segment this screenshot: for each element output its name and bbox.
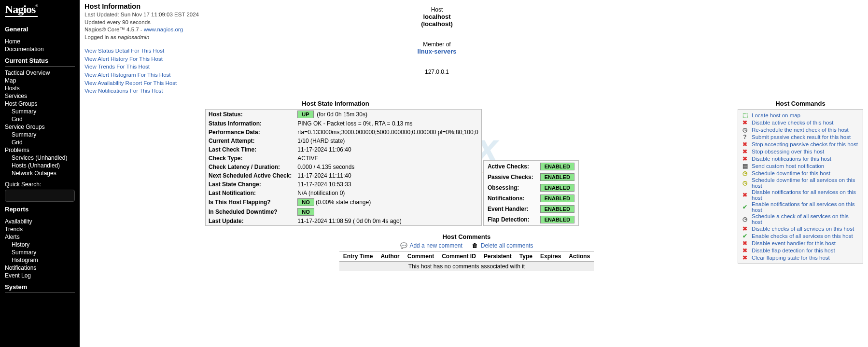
nav-hostgroups[interactable]: Host Groups bbox=[5, 100, 75, 108]
nav-eventlog[interactable]: Event Log bbox=[5, 272, 75, 279]
nav-hostgroups-summary[interactable]: Summary bbox=[5, 108, 75, 115]
state-value: 11-17-2024 10:53:33 bbox=[294, 180, 481, 189]
command-row: ✖Disable notifications for all services … bbox=[741, 189, 860, 201]
command-row: ⬚Locate host on map bbox=[741, 111, 860, 119]
enabled-badge: ENABLED bbox=[540, 205, 574, 213]
nav-documentation[interactable]: Documentation bbox=[5, 45, 75, 53]
command-row: ✖Disable event handler for this host bbox=[741, 239, 860, 247]
command-row: ▤Send custom host notification bbox=[741, 162, 860, 169]
red-x-icon: ✖ bbox=[741, 148, 749, 155]
state-label: Current Attempt: bbox=[206, 137, 294, 145]
status-no-badge: NO bbox=[297, 208, 314, 216]
nav-servicegroups[interactable]: Service Groups bbox=[5, 123, 75, 131]
nav-trends[interactable]: Trends bbox=[5, 225, 75, 233]
command-link[interactable]: Stop obsessing over this host bbox=[752, 149, 824, 154]
host-label: Host bbox=[199, 6, 675, 13]
command-link[interactable]: Disable notifications for this host bbox=[752, 156, 831, 162]
comments-header: Persistent bbox=[480, 251, 516, 262]
product-url[interactable]: www.nagios.org bbox=[144, 27, 183, 32]
comments-title: Host Comments bbox=[205, 233, 728, 240]
host-link-1[interactable]: View Alert History For This Host bbox=[84, 55, 199, 63]
nav-servicegroups-grid[interactable]: Grid bbox=[5, 139, 75, 146]
nav-problems[interactable]: Problems bbox=[5, 146, 75, 154]
command-row: ✖Stop accepting passive checks for this … bbox=[741, 140, 860, 148]
delete-comments-link[interactable]: Delete all comments bbox=[481, 242, 533, 249]
command-row: ◷Schedule downtime for all services on t… bbox=[741, 177, 860, 189]
nav-problems-services[interactable]: Services (Unhandled) bbox=[5, 154, 75, 162]
state-value: 0.000 / 4.135 seconds bbox=[294, 163, 481, 171]
command-link[interactable]: Schedule a check of all services on this… bbox=[752, 213, 860, 225]
nav-services[interactable]: Services bbox=[5, 92, 75, 100]
state-label: Last Notification: bbox=[206, 189, 294, 197]
nav-notifications[interactable]: Notifications bbox=[5, 264, 75, 272]
state-label: In Scheduled Downtime? bbox=[206, 207, 294, 217]
clock-icon: ◷ bbox=[741, 170, 749, 177]
command-link[interactable]: Clear flapping state for this host bbox=[752, 255, 830, 261]
nav-alerts[interactable]: Alerts bbox=[5, 233, 75, 241]
state-label: Check Latency / Duration: bbox=[206, 163, 294, 171]
nav-availability[interactable]: Availability bbox=[5, 218, 75, 225]
command-link[interactable]: Schedule downtime for this host bbox=[752, 170, 830, 176]
red-x-icon: ✖ bbox=[741, 240, 749, 247]
state-value: UP (for 0d 0h 15m 30s) bbox=[294, 110, 481, 119]
check-label: Passive Checks: bbox=[485, 172, 536, 182]
comments-empty: This host has no comments associated wit… bbox=[339, 262, 594, 272]
hostgroup-link[interactable]: linux-servers bbox=[418, 48, 457, 55]
red-x-icon: ✖ bbox=[741, 254, 749, 261]
check-label: Active Checks: bbox=[485, 162, 536, 171]
enabled-badge: ENABLED bbox=[540, 216, 574, 223]
state-label: Last Update: bbox=[206, 217, 294, 225]
command-link[interactable]: Disable notifications for all services o… bbox=[752, 189, 860, 201]
state-value: rta=0.133000ms;3000.000000;5000.000000;0… bbox=[294, 128, 481, 137]
command-link[interactable]: Disable flap detection for this host bbox=[752, 248, 835, 253]
command-link[interactable]: Disable event handler for this host bbox=[752, 240, 836, 246]
red-x-icon: ✖ bbox=[741, 192, 749, 198]
comments-header: Comment ID bbox=[438, 251, 480, 262]
host-link-2[interactable]: View Trends For This Host bbox=[84, 63, 199, 71]
nav-hostgroups-grid[interactable]: Grid bbox=[5, 115, 75, 123]
host-link-4[interactable]: View Availability Report For This Host bbox=[84, 79, 199, 87]
host-link-0[interactable]: View Status Detail For This Host bbox=[84, 47, 199, 55]
state-label: Last State Change: bbox=[206, 180, 294, 189]
comments-header: Expires bbox=[536, 251, 565, 262]
nav-problems-outages[interactable]: Network Outages bbox=[5, 169, 75, 177]
check-label: Obsessing: bbox=[485, 183, 536, 193]
state-value: N/A (notification 0) bbox=[294, 189, 481, 197]
status-no-badge: NO bbox=[297, 198, 314, 206]
nav-problems-hosts[interactable]: Hosts (Unhandled) bbox=[5, 162, 75, 169]
state-value: NO bbox=[294, 207, 481, 217]
command-link[interactable]: Schedule downtime for all services on th… bbox=[752, 177, 860, 189]
last-updated: Last Updated: Sun Nov 17 11:09:03 EST 20… bbox=[84, 11, 199, 19]
nav-hosts[interactable]: Hosts bbox=[5, 84, 75, 92]
command-link[interactable]: Re-schedule the next check of this host bbox=[752, 127, 849, 133]
quick-search-label: Quick Search: bbox=[5, 181, 75, 188]
quick-search-input[interactable] bbox=[5, 190, 75, 202]
nav-alerts-history[interactable]: History bbox=[5, 241, 75, 249]
state-label: Is This Host Flapping? bbox=[206, 197, 294, 207]
command-link[interactable]: Enable checks of all services on this ho… bbox=[752, 233, 853, 239]
command-link[interactable]: Disable active checks of this host bbox=[752, 120, 833, 125]
red-x-icon: ✖ bbox=[741, 141, 749, 148]
command-row: ✖Disable active checks of this host bbox=[741, 119, 860, 126]
check-label: Event Handler: bbox=[485, 204, 536, 214]
nav-alerts-histogram[interactable]: Histogram bbox=[5, 256, 75, 264]
nav-alerts-summary[interactable]: Summary bbox=[5, 249, 75, 256]
nav-tactical[interactable]: Tactical Overview bbox=[5, 69, 75, 77]
red-x-icon: ✖ bbox=[741, 247, 749, 254]
map-icon: ⬚ bbox=[741, 112, 749, 119]
command-link[interactable]: Disable checks of all services on this h… bbox=[752, 226, 854, 232]
command-link[interactable]: Submit passive check result for this hos… bbox=[752, 134, 851, 140]
command-link[interactable]: Stop accepting passive checks for this h… bbox=[752, 141, 858, 147]
nav-home[interactable]: Home bbox=[5, 38, 75, 45]
nav-servicegroups-summary[interactable]: Summary bbox=[5, 131, 75, 139]
host-link-5[interactable]: View Notifications For This Host bbox=[84, 87, 199, 95]
host-link-3[interactable]: View Alert Histogram For This Host bbox=[84, 71, 199, 79]
check-label: Flap Detection: bbox=[485, 215, 536, 224]
add-comment-link[interactable]: Add a new comment bbox=[409, 242, 462, 249]
nav-map[interactable]: Map bbox=[5, 77, 75, 84]
command-link[interactable]: Send custom host notification bbox=[752, 163, 824, 169]
command-row: ?Submit passive check result for this ho… bbox=[741, 133, 860, 140]
command-row: ✔Enable checks of all services on this h… bbox=[741, 232, 860, 239]
command-link[interactable]: Locate host on map bbox=[752, 112, 800, 118]
command-link[interactable]: Enable notifications for all services on… bbox=[752, 201, 860, 213]
